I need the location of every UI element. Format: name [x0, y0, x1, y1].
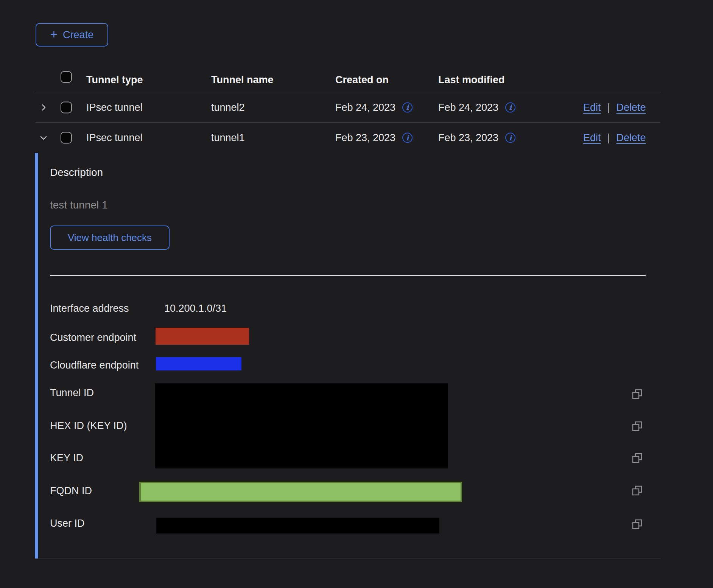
panel-divider: [50, 275, 646, 276]
delete-link[interactable]: Delete: [616, 101, 646, 113]
info-glyph: i: [406, 134, 409, 141]
create-button-label: Create: [63, 29, 93, 41]
description-label: Description: [50, 166, 103, 179]
info-icon[interactable]: i: [402, 102, 413, 112]
customer-endpoint-label: Customer endpoint: [50, 331, 136, 344]
interface-address-value: 10.200.1.0/31: [164, 302, 227, 314]
chevron-down-icon: [39, 133, 48, 142]
row-checkbox[interactable]: [61, 132, 72, 144]
fqdn-id-redaction: [139, 482, 462, 502]
copy-icon: [630, 451, 643, 464]
view-health-checks-label: View health checks: [68, 232, 152, 244]
user-id-redaction: [156, 518, 439, 534]
interface-address-label: Interface address: [50, 302, 129, 314]
cloudflare-endpoint-label: Cloudflare endpoint: [50, 359, 139, 371]
user-id-label: User ID: [50, 517, 85, 529]
copy-icon: [630, 518, 643, 530]
table-row-tunnel2: IPsec tunnel tunnel2 Feb 24, 2023 i Feb …: [36, 92, 660, 123]
info-glyph: i: [406, 104, 409, 111]
tunnel-type-cell: IPsec tunnel: [86, 101, 143, 113]
info-icon[interactable]: i: [402, 133, 413, 143]
actions-separator: |: [607, 132, 610, 144]
header-tunnel-name: Tunnel name: [211, 74, 274, 86]
tunnel-name-cell: tunnel1: [211, 132, 245, 144]
row-checkbox[interactable]: [61, 101, 72, 113]
last-modified-cell: Feb 24, 2023: [438, 101, 498, 113]
info-icon[interactable]: i: [505, 133, 515, 143]
info-glyph: i: [509, 104, 512, 111]
tunnel-name-cell: tunnel2: [211, 101, 245, 113]
hex-id-label: HEX ID (KEY ID): [50, 420, 127, 432]
tunnel-detail-panel: Description test tunnel 1 View health ch…: [35, 153, 660, 559]
created-on-cell: Feb 23, 2023: [335, 132, 395, 144]
delete-link[interactable]: Delete: [616, 132, 646, 144]
plus-icon: +: [50, 28, 58, 40]
header-created-on: Created on: [335, 74, 389, 86]
table-row-tunnel1: IPsec tunnel tunnel1 Feb 23, 2023 i Feb …: [36, 123, 660, 153]
select-all-checkbox[interactable]: [61, 71, 72, 83]
fqdn-id-label: FQDN ID: [50, 485, 92, 497]
create-button[interactable]: + Create: [36, 23, 108, 47]
copy-hex-id-button[interactable]: [630, 420, 643, 432]
last-modified-cell: Feb 23, 2023: [438, 132, 498, 144]
copy-tunnel-id-button[interactable]: [630, 387, 643, 400]
header-last-modified: Last modified: [438, 74, 505, 86]
copy-icon: [630, 387, 643, 400]
copy-icon: [630, 484, 643, 497]
chevron-right-icon: [39, 103, 48, 112]
tunnels-page: + Create Tunnel type Tunnel name Created…: [0, 0, 713, 588]
copy-icon: [630, 420, 643, 432]
tunnel-id-label: Tunnel ID: [50, 387, 94, 399]
view-health-checks-button[interactable]: View health checks: [50, 226, 170, 250]
info-glyph: i: [509, 134, 512, 141]
description-value: test tunnel 1: [50, 199, 108, 211]
copy-key-id-button[interactable]: [630, 451, 643, 464]
info-icon[interactable]: i: [505, 102, 515, 112]
customer-endpoint-redaction: [156, 328, 249, 345]
actions-separator: |: [607, 101, 610, 113]
tunnel-type-cell: IPsec tunnel: [86, 132, 143, 144]
edit-link[interactable]: Edit: [583, 101, 601, 113]
created-on-cell: Feb 24, 2023: [335, 101, 395, 113]
ids-redaction-block: [155, 383, 448, 468]
expand-row-button[interactable]: [38, 102, 49, 113]
copy-user-id-button[interactable]: [630, 518, 643, 530]
expanded-indicator-bar: [35, 153, 38, 558]
table-header: Tunnel type Tunnel name Created on Last …: [36, 57, 660, 92]
edit-link[interactable]: Edit: [583, 132, 601, 144]
copy-fqdn-id-button[interactable]: [630, 484, 643, 497]
header-tunnel-type: Tunnel type: [86, 74, 143, 86]
cloudflare-endpoint-redaction: [156, 357, 241, 370]
key-id-label: KEY ID: [50, 452, 83, 464]
collapse-row-button[interactable]: [38, 132, 49, 143]
